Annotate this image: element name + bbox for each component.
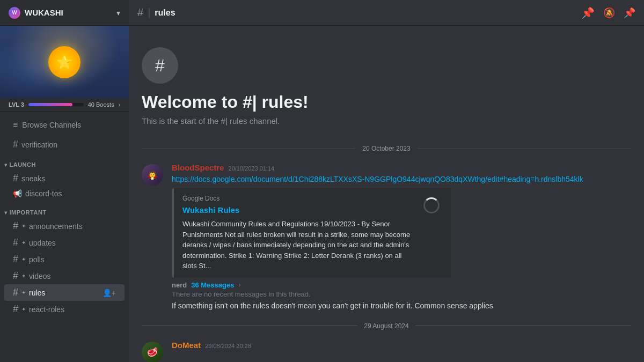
hash-icon: # [13,304,18,315]
message-content-bloodspectre: BloodSpectre 20/10/2023 01:14 https://do… [172,163,631,312]
announcement-icon: 📢 [13,189,22,198]
channel-name-videos: videos [29,272,50,280]
sidebar-item-rules[interactable]: # ✦ rules 👤+ [4,284,125,301]
members-icon[interactable]: 📌 [624,7,635,19]
topbar-left: # | rules [137,6,175,19]
sidebar-item-polls[interactable]: # ✦ polls [4,251,125,268]
hash-icon: # [13,287,18,298]
channel-name-sneaks: sneaks [21,174,45,183]
thread-user: nerd [172,281,187,289]
sidebar-item-videos[interactable]: # ✦ videos [4,268,125,284]
date-divider-august: 29 August 2024 [129,318,644,334]
topbar: # | rules 📌 🔕 📌 [129,0,644,26]
channel-name-react-roles: react-roles [29,305,64,314]
channel-welcome: # Welcome to #| rules! This is the start… [129,26,644,136]
welcome-subtitle: This is the start of the #| rules channe… [142,116,631,125]
hash-icon: # [13,237,18,248]
sidebar-item-updates[interactable]: # ✦ updates [4,234,125,251]
message-header: BloodSpectre 20/10/2023 01:14 [172,163,631,172]
hash-icon: # [13,139,18,150]
bell-off-icon[interactable]: 🔕 [603,7,615,19]
thread-no-messages: There are no recent messages in this thr… [172,290,631,298]
browse-channels-label: Browse Channels [22,121,81,129]
category-launch[interactable]: ▾ LAUNCH [0,153,129,170]
sidebar-item-discord-tos[interactable]: 📢 discord-tos [4,187,125,201]
embed-provider: Google Docs [182,195,412,202]
avatar-image: 🧛 [142,164,163,186]
category-important[interactable]: ▾ IMPORTANT [0,201,129,218]
category-arrow-icon: ▾ [4,162,8,168]
star-icon: ✦ [21,223,26,229]
boost-count: 40 Boosts [88,101,114,108]
embed-content: Google Docs Wukashi Rules Wukashi Commun… [182,195,412,271]
hash-icon: # [13,173,18,184]
message-header: DoMeat 29/08/2024 20:28 [172,341,631,350]
browse-channels-button[interactable]: ≡ Browse Channels [4,116,125,134]
sidebar-item-react-roles[interactable]: # ✦ react-roles [4,301,125,317]
thread-count[interactable]: 36 Messages [191,281,234,289]
message-link[interactable]: https://docs.google.com/document/d/1Chi2… [172,175,583,183]
google-docs-embed: Google Docs Wukashi Rules Wukashi Commun… [172,188,451,278]
chevron-down-icon: ▾ [116,9,120,17]
boost-bar[interactable]: LVL 3 40 Boosts › [0,98,129,112]
sidebar-item-announcements[interactable]: # ✦ announcements [4,218,125,234]
boost-progress-fill [28,103,72,106]
message-bloodspectre: 🧛 BloodSpectre 20/10/2023 01:14 https://… [129,161,644,314]
sidebar: W WUKASHI ▾ ⭐ LVL 3 40 Boosts › ≡ Browse… [0,0,129,362]
embed-title[interactable]: Wukashi Rules [182,205,412,215]
channel-name-announcements: announcements [29,222,83,231]
channel-name-verification: verification [21,141,57,149]
embed-thumbnail [421,195,442,216]
channel-list: ≡ Browse Channels # verification ▾ LAUNC… [0,112,129,362]
level-badge: LVL 3 [9,101,24,108]
avatar-bloodspectre: 🧛 [142,164,163,186]
server-banner: ⭐ [0,26,129,98]
welcome-title: Welcome to #| rules! [142,92,631,112]
avatar-domeat: 🥩 [142,342,163,363]
star-icon: ✦ [21,240,26,246]
hash-icon: # [13,270,18,282]
channel-name-updates: updates [29,239,56,247]
server-icon: W [9,7,20,19]
thread-preview[interactable]: nerd 36 Messages › [172,281,631,289]
avatar-image: 🥩 [142,342,163,363]
topbar-actions: 📌 🔕 📌 [581,6,635,19]
divider-line [142,149,356,149]
divider-line [417,149,631,149]
topbar-hash-icon: # [137,6,143,19]
add-member-icon[interactable]: 👤+ [103,289,116,297]
star-icon: ✦ [21,306,26,312]
channel-name-polls: polls [29,255,45,264]
hash-icon: # [13,220,18,232]
star-icon: ✦ [21,273,26,279]
divider-line [415,326,631,326]
message-author-bloodspectre: BloodSpectre [172,163,224,172]
divider-line [142,326,357,326]
thread-arrow: › [238,281,240,289]
topbar-channel-name: rules [155,8,175,18]
category-launch-label: LAUNCH [10,161,36,168]
banner-inner: ⭐ [0,26,129,98]
server-header-left: W WUKASHI [9,7,63,19]
message-timestamp-domeat: 29/08/2024 20:28 [205,343,251,349]
messages-area: # Welcome to #| rules! This is the start… [129,26,644,362]
message-timestamp: 20/10/2023 01:14 [229,165,275,172]
browse-icon: ≡ [13,120,18,130]
message-domeat: 🥩 DoMeat 29/08/2024 20:28 [129,338,644,363]
server-header[interactable]: W WUKASHI ▾ [0,0,129,26]
sidebar-item-verification[interactable]: # verification [4,136,125,153]
server-name: WUKASHI [25,8,63,17]
date-divider-text-august: 29 August 2024 [357,322,415,330]
message-content-domeat: DoMeat 29/08/2024 20:28 [172,341,631,363]
topbar-divider: | [148,6,150,19]
boost-progress-container [28,103,84,106]
message-text: If something isn't on the rules doesn't … [172,300,631,312]
server-logo: ⭐ [48,46,80,78]
channel-name-rules: rules [29,289,45,297]
pin-icon[interactable]: 📌 [581,6,595,19]
date-divider-october: 20 October 2023 [129,141,644,157]
loading-spinner [423,197,440,213]
message-author-domeat: DoMeat [172,341,201,350]
sidebar-item-sneaks[interactable]: # sneaks [4,170,125,187]
category-important-label: IMPORTANT [10,209,47,216]
